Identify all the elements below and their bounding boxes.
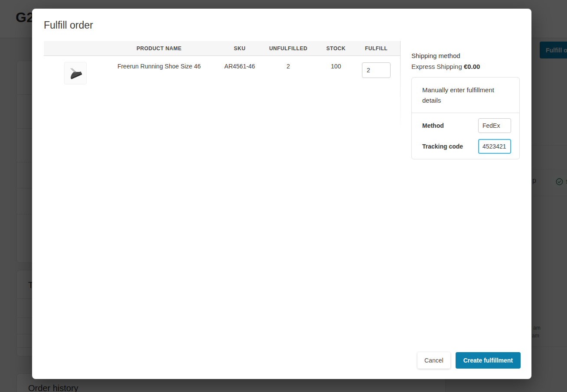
column-header-sku: SKU [222,45,257,52]
shipping-method-name: Express Shipping [411,63,462,70]
shipping-method-value: Express Shipping €0.00 [411,63,520,70]
sneaker-icon [66,64,85,83]
method-input[interactable] [478,118,511,133]
sku-cell: AR4561-46 [222,56,257,70]
tracking-code-label: Tracking code [422,143,463,150]
column-header-fulfill: FULFILL [352,45,400,52]
shipping-panel: Shipping method Express Shipping €0.00 M… [411,52,520,159]
column-header-unfulfilled: UNFULFILLED [257,45,319,52]
manual-fulfillment-card: Manually enter fulfillment details Metho… [411,77,520,159]
unfulfilled-cell: 2 [257,56,319,70]
method-label: Method [422,122,444,129]
manual-fulfillment-fields: Method Tracking code [412,113,519,159]
table-header-row: PRODUCT NAME SKU UNFULFILLED STOCK FULFI… [44,41,400,56]
shipping-method-heading: Shipping method [411,52,520,59]
method-field-row: Method [422,118,511,133]
create-fulfillment-button[interactable]: Create fulfillment [456,352,521,369]
table-row: Freerun Running Shoe Size 46 AR4561-46 2… [44,56,400,91]
tracking-code-input[interactable] [478,139,511,154]
product-thumbnail-cell [44,56,96,84]
dialog-title: Fulfill order [44,19,93,31]
fulfill-quantity-input[interactable] [362,62,391,78]
dialog-actions: Cancel Create fulfillment [417,352,521,369]
column-header-product-name: PRODUCT NAME [96,45,222,52]
fulfill-quantity-cell [352,56,400,78]
fulfill-products-table: PRODUCT NAME SKU UNFULFILLED STOCK FULFI… [44,41,400,91]
fulfill-order-dialog: Fulfill order PRODUCT NAME SKU UNFULFILL… [32,9,531,379]
cancel-button[interactable]: Cancel [417,352,450,369]
tracking-field-row: Tracking code [422,139,511,154]
shipping-method-price: €0.00 [464,63,480,70]
column-header-stock: STOCK [319,45,352,52]
product-name-cell: Freerun Running Shoe Size 46 [96,56,222,70]
stock-cell: 100 [319,56,352,70]
manual-fulfillment-title: Manually enter fulfillment details [412,78,519,113]
product-thumbnail [64,62,87,84]
